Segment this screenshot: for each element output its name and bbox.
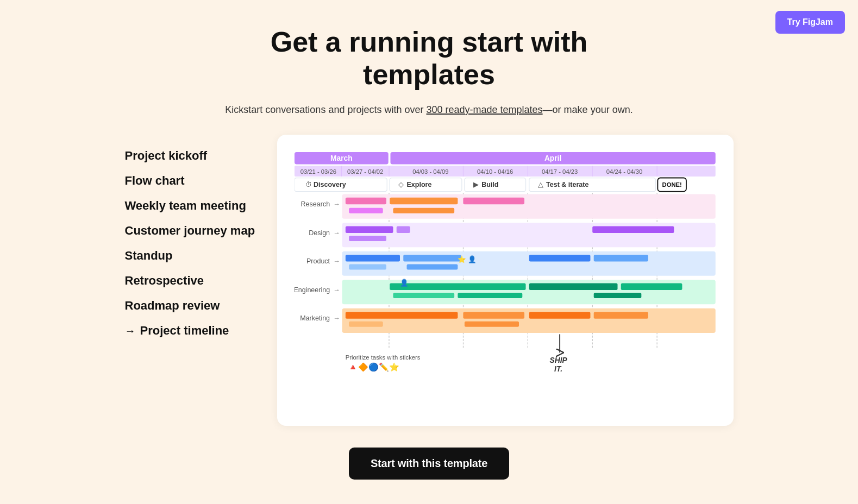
sidebar-nav: Project kickoff Flow chart Weekly team m… [125,135,277,343]
svg-rect-54 [345,255,399,262]
svg-rect-79 [349,322,383,327]
main-layout: Project kickoff Flow chart Weekly team m… [103,135,755,426]
sidebar-item-project-timeline[interactable]: → Project timeline [125,318,277,343]
start-template-button[interactable]: Start with this template [349,448,509,480]
svg-text:Engineering: Engineering [295,286,330,294]
svg-text:⏱: ⏱ [305,181,312,188]
svg-rect-57 [593,255,648,262]
svg-text:04/03 - 04/09: 04/03 - 04/09 [412,168,448,175]
svg-text:Design: Design [309,229,330,237]
svg-text:SHIP: SHIP [549,356,567,364]
svg-text:→: → [333,229,340,237]
sidebar-item-customer-journey-map[interactable]: Customer journey map [125,218,277,243]
svg-rect-78 [593,312,648,319]
svg-text:▶: ▶ [473,181,479,188]
svg-rect-41 [463,198,524,205]
svg-text:Discovery: Discovery [314,181,346,188]
svg-text:→: → [333,315,340,323]
svg-rect-67 [621,284,682,291]
svg-rect-43 [393,208,454,213]
active-arrow-icon: → [125,325,136,337]
sidebar-item-flow-chart[interactable]: Flow chart [125,168,277,193]
svg-rect-49 [592,226,674,234]
sidebar-item-label: Weekly team meeting [125,199,246,213]
subtitle-text-after: —or make your own. [543,104,633,115]
preview-card: March April 03/21 - 03/26 03/27 - 04/02 … [277,135,734,426]
svg-text:Test & iterate: Test & iterate [546,181,588,188]
svg-text:March: March [330,155,353,163]
page-subtitle: Kickstart conversations and projects wit… [0,102,858,118]
subtitle-text-before: Kickstart conversations and projects wit… [225,104,426,115]
svg-text:Marketing: Marketing [300,315,330,323]
svg-text:Explore: Explore [406,181,431,188]
svg-text:👤: 👤 [400,279,409,288]
chart-svg: March April 03/21 - 03/26 03/27 - 04/02 … [295,152,716,413]
svg-rect-47 [345,226,393,234]
svg-rect-55 [403,255,461,262]
svg-rect-58 [349,264,386,270]
svg-text:Research: Research [300,201,330,209]
svg-rect-69 [458,293,522,298]
sidebar-item-project-kickoff[interactable]: Project kickoff [125,143,277,168]
svg-text:04/10 - 04/16: 04/10 - 04/16 [477,168,513,175]
svg-rect-77 [529,312,590,319]
svg-text:⭐: ⭐ [458,255,466,264]
svg-text:Product: Product [306,258,330,266]
svg-rect-80 [464,322,518,327]
sidebar-item-label: Customer journey map [125,224,255,238]
page-header: Get a running start with templates Kicks… [0,0,858,135]
svg-rect-48 [396,226,410,234]
svg-rect-59 [406,264,458,270]
timeline-chart: March April 03/21 - 03/26 03/27 - 04/02 … [295,152,716,413]
svg-rect-75 [345,312,458,319]
svg-text:Prioritize tasks with stickers: Prioritize tasks with stickers [345,354,420,361]
svg-text:→: → [333,258,340,266]
sidebar-item-label: Retrospective [125,274,204,288]
svg-rect-39 [345,198,386,205]
svg-rect-65 [390,284,525,291]
svg-rect-56 [529,255,590,262]
sidebar-item-retrospective[interactable]: Retrospective [125,268,277,293]
try-figjam-button[interactable]: Try FigJam [775,11,845,34]
page-title: Get a running start with templates [212,26,647,91]
templates-link[interactable]: 300 ready-made templates [426,104,542,115]
svg-rect-68 [393,293,454,298]
sidebar-item-label: Roadmap review [125,299,220,313]
sidebar-item-label: Flow chart [125,174,185,188]
svg-text:→: → [333,286,340,294]
svg-text:◇: ◇ [398,181,404,188]
svg-text:04/24 - 04/30: 04/24 - 04/30 [606,168,642,175]
svg-text:03/27 - 04/02: 03/27 - 04/02 [347,168,383,175]
svg-text:04/17 - 04/23: 04/17 - 04/23 [541,168,577,175]
sidebar-item-label: Project timeline [140,324,229,338]
svg-text:03/21 - 03/26: 03/21 - 03/26 [300,168,336,175]
sidebar-item-weekly-team-meeting[interactable]: Weekly team meeting [125,193,277,218]
svg-text:△: △ [538,181,543,188]
svg-text:IT.: IT. [554,366,562,374]
sidebar-item-roadmap-review[interactable]: Roadmap review [125,293,277,318]
cta-area: Start with this template [0,426,858,490]
svg-text:👤: 👤 [468,255,477,264]
svg-text:April: April [544,155,561,163]
svg-text:DONE!: DONE! [662,181,681,188]
sidebar-item-standup[interactable]: Standup [125,243,277,268]
svg-rect-76 [463,312,524,319]
svg-text:→: → [333,201,340,209]
svg-rect-70 [593,293,641,298]
svg-text:🔺🔶🔵✏️⭐: 🔺🔶🔵✏️⭐ [347,362,399,372]
svg-text:Build: Build [481,181,498,188]
svg-rect-50 [349,236,386,241]
svg-rect-42 [349,208,383,213]
sidebar-item-label: Project kickoff [125,149,208,163]
svg-rect-40 [390,198,458,205]
svg-rect-66 [529,284,617,291]
sidebar-item-label: Standup [125,249,173,263]
